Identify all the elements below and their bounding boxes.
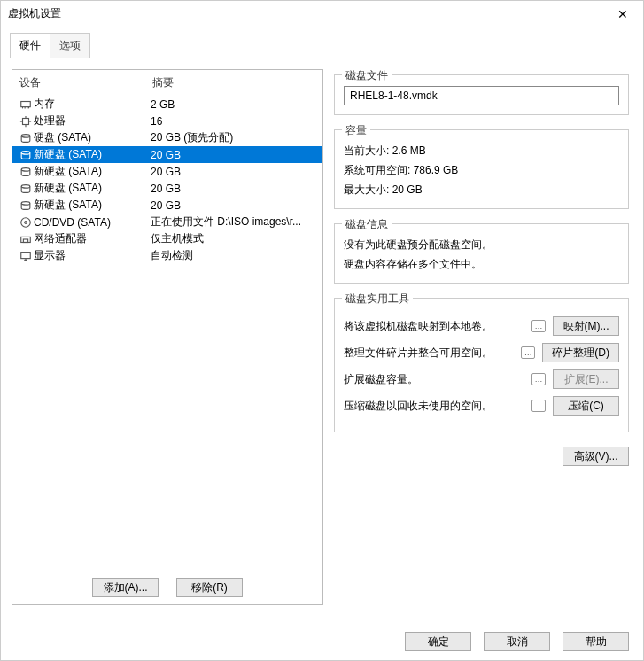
- col-summary: 摘要: [152, 75, 174, 90]
- device-row[interactable]: 硬盘 (SATA)20 GB (预先分配): [12, 129, 322, 146]
- capacity-max: 最大大小: 20 GB: [344, 180, 619, 199]
- util-map-text: 将该虚拟机磁盘映射到本地卷。: [344, 319, 524, 334]
- col-device: 设备: [19, 75, 152, 90]
- expand-button[interactable]: 扩展(E)...: [553, 369, 619, 389]
- group-label: 容量: [342, 123, 370, 138]
- device-summary: 16: [151, 115, 317, 128]
- memory-icon: [18, 98, 34, 111]
- device-summary: 20 GB: [151, 183, 317, 195]
- help-button[interactable]: 帮助: [563, 632, 629, 651]
- dialog-footer: 确定 取消 帮助: [1, 623, 643, 660]
- disk-icon: [18, 149, 34, 161]
- remove-button[interactable]: 移除(R): [176, 578, 243, 597]
- ok-button[interactable]: 确定: [405, 632, 471, 651]
- close-icon[interactable]: ✕: [609, 7, 636, 21]
- device-row[interactable]: 新硬盘 (SATA)20 GB: [12, 163, 322, 180]
- device-name: 网络适配器: [34, 231, 151, 246]
- cd-icon: [18, 216, 34, 229]
- hint-icon[interactable]: …: [531, 320, 546, 332]
- device-name: 硬盘 (SATA): [34, 130, 151, 145]
- tab-options[interactable]: 选项: [50, 33, 90, 58]
- device-row[interactable]: CD/DVD (SATA)正在使用文件 D:\ISO images\r...: [12, 214, 322, 230]
- device-summary: 20 GB: [151, 199, 317, 212]
- svg-point-11: [21, 151, 30, 154]
- device-list: 内存2 GB处理器16硬盘 (SATA)20 GB (预先分配)新硬盘 (SAT…: [12, 96, 322, 571]
- svg-point-15: [21, 217, 31, 227]
- svg-point-12: [21, 167, 30, 171]
- hint-icon[interactable]: …: [531, 373, 546, 385]
- defrag-button[interactable]: 碎片整理(D): [542, 343, 619, 362]
- util-compact-text: 压缩磁盘以回收未使用的空间。: [344, 399, 524, 414]
- device-list-header: 设备 摘要: [12, 70, 322, 96]
- disk-icon: [18, 166, 34, 178]
- svg-rect-0: [21, 101, 31, 106]
- device-name: 新硬盘 (SATA): [34, 181, 151, 196]
- group-capacity: 容量 当前大小: 2.6 MB 系统可用空间: 786.9 GB 最大大小: 2…: [334, 129, 629, 209]
- device-summary: 仅主机模式: [151, 231, 317, 246]
- device-name: 新硬盘 (SATA): [34, 147, 151, 162]
- device-row[interactable]: 内存2 GB: [12, 96, 322, 113]
- map-button[interactable]: 映射(M)...: [553, 316, 619, 336]
- device-summary: 20 GB: [151, 166, 317, 178]
- tab-strip: 硬件 选项: [1, 27, 643, 58]
- advanced-button[interactable]: 高级(V)...: [563, 447, 629, 466]
- device-row[interactable]: 新硬盘 (SATA)20 GB: [12, 197, 322, 214]
- cancel-button[interactable]: 取消: [484, 632, 550, 651]
- disk-info-line: 硬盘内容存储在多个文件中。: [344, 254, 619, 274]
- detail-panel: 磁盘文件 容量 当前大小: 2.6 MB 系统可用空间: 786.9 GB 最大…: [334, 69, 632, 605]
- disk-icon: [18, 199, 34, 212]
- window-title: 虚拟机设置: [8, 6, 609, 21]
- device-name: 显示器: [34, 248, 151, 263]
- device-name: 新硬盘 (SATA): [34, 198, 151, 213]
- device-row[interactable]: 新硬盘 (SATA)20 GB: [12, 180, 322, 197]
- util-expand-text: 扩展磁盘容量。: [344, 372, 524, 387]
- svg-rect-19: [21, 252, 31, 258]
- title-bar: 虚拟机设置 ✕: [1, 1, 643, 27]
- svg-rect-18: [23, 239, 27, 243]
- compact-button[interactable]: 压缩(C): [553, 396, 619, 416]
- hint-icon[interactable]: …: [521, 346, 535, 359]
- capacity-current: 当前大小: 2.6 MB: [344, 141, 619, 160]
- svg-point-14: [21, 201, 30, 205]
- device-row[interactable]: 处理器16: [12, 113, 322, 129]
- device-panel: 设备 摘要 内存2 GB处理器16硬盘 (SATA)20 GB (预先分配)新硬…: [12, 69, 323, 605]
- device-row[interactable]: 新硬盘 (SATA)20 GB: [12, 146, 322, 163]
- svg-point-16: [25, 221, 27, 223]
- device-summary: 2 GB: [151, 98, 317, 111]
- svg-point-10: [21, 134, 30, 137]
- device-name: 新硬盘 (SATA): [34, 164, 151, 179]
- tab-hardware[interactable]: 硬件: [10, 33, 50, 58]
- svg-point-13: [21, 184, 30, 188]
- device-row[interactable]: 显示器自动检测: [12, 247, 322, 264]
- util-defrag-text: 整理文件碎片并整合可用空间。: [344, 346, 514, 361]
- device-summary: 20 GB (预先分配): [151, 130, 317, 145]
- group-disk-info: 磁盘信息 没有为此硬盘预分配磁盘空间。 硬盘内容存储在多个文件中。: [334, 223, 629, 284]
- group-utilities: 磁盘实用工具 将该虚拟机磁盘映射到本地卷。 … 映射(M)... 整理文件碎片并…: [334, 298, 629, 432]
- capacity-free: 系统可用空间: 786.9 GB: [344, 160, 619, 180]
- device-summary: 自动检测: [151, 248, 317, 263]
- group-label: 磁盘信息: [342, 217, 392, 232]
- svg-rect-5: [23, 118, 29, 124]
- add-button[interactable]: 添加(A)...: [92, 578, 159, 597]
- group-label: 磁盘实用工具: [342, 292, 413, 307]
- group-label: 磁盘文件: [342, 68, 392, 83]
- device-name: 内存: [34, 97, 151, 112]
- network-icon: [18, 233, 34, 245]
- device-summary: 20 GB: [151, 149, 317, 161]
- device-summary: 正在使用文件 D:\ISO images\r...: [151, 214, 317, 229]
- device-row[interactable]: 网络适配器仅主机模式: [12, 230, 322, 247]
- hint-icon[interactable]: …: [531, 400, 546, 412]
- disk-icon: [18, 132, 34, 144]
- device-name: 处理器: [34, 113, 151, 128]
- disk-info-line: 没有为此硬盘预分配磁盘空间。: [344, 235, 619, 254]
- disk-icon: [18, 183, 34, 195]
- group-disk-file: 磁盘文件: [334, 74, 629, 115]
- device-name: CD/DVD (SATA): [34, 216, 151, 229]
- disk-file-input[interactable]: [344, 86, 619, 105]
- display-icon: [18, 250, 34, 262]
- cpu-icon: [18, 115, 34, 128]
